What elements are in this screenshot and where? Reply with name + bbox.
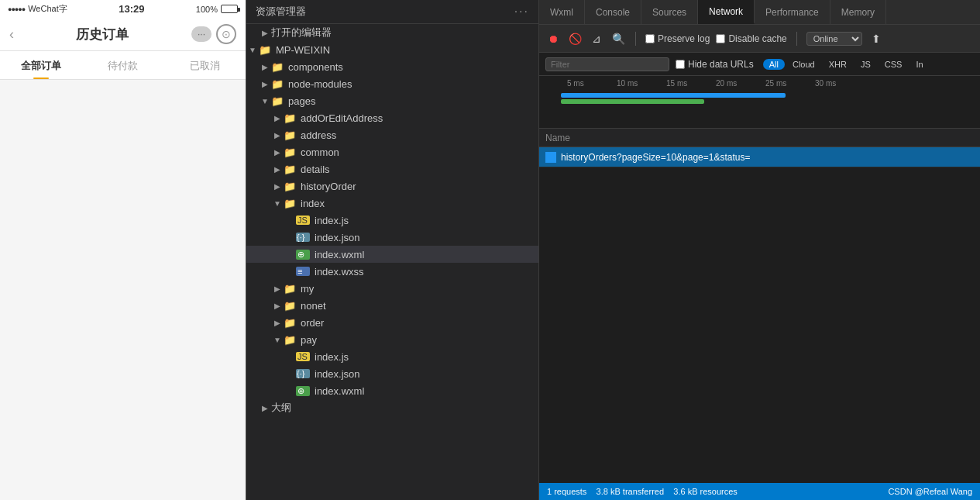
search-button[interactable]: 🔍 [610, 31, 626, 47]
hide-data-urls-group[interactable]: Hide data URLs [676, 59, 754, 70]
camera-icon[interactable]: ⊙ [216, 24, 236, 44]
tab-all-orders[interactable]: 全部订单 [0, 51, 82, 79]
tree-item-node-modules[interactable]: ▶ 📁 node-modules [246, 75, 538, 92]
tab-console[interactable]: Console [585, 0, 641, 24]
network-toolbar: ⏺ 🚫 ⊿ 🔍 Preserve log Disable cache Onlin… [539, 25, 980, 53]
order-arrow: ▶ [271, 319, 284, 327]
timeline-mark-30ms: 30 ms [815, 79, 836, 88]
project-root[interactable]: ▼ 📁 MP-WEIXIN [246, 41, 538, 58]
filter-button[interactable]: ⊿ [589, 31, 604, 47]
folder-icon: 📁 [284, 317, 297, 329]
tree-item-index-js[interactable]: JS index.js [246, 212, 538, 229]
tree-item-pay-index-json[interactable]: {·} index.json [246, 365, 538, 382]
tree-item-address[interactable]: ▶ 📁 address [246, 126, 538, 143]
timeline-mark-10ms: 10 ms [617, 79, 638, 88]
index-folder-arrow: ▼ [271, 199, 284, 208]
filter-tab-cloud[interactable]: Cloud [786, 59, 821, 70]
phone-status-left: ●●●●● WeChat字 [8, 3, 67, 15]
tree-item-pages[interactable]: ▼ 📁 pages [246, 92, 538, 109]
disable-cache-group[interactable]: Disable cache [716, 33, 786, 44]
common-arrow: ▶ [271, 148, 284, 157]
tree-item-outline[interactable]: ▶ 大纲 [246, 399, 538, 416]
tab-pending-payment[interactable]: 待付款 [82, 51, 164, 79]
phone-time: 13:29 [119, 3, 144, 15]
tree-item-components[interactable]: ▶ 📁 components [246, 58, 538, 75]
back-button[interactable]: ‹ [9, 26, 14, 43]
tab-wxml[interactable]: Wxml [539, 0, 585, 24]
pages-label: pages [288, 95, 315, 107]
tab-performance[interactable]: Performance [755, 0, 830, 24]
json-file-icon: {·} [296, 369, 310, 378]
tree-item-historyOrder[interactable]: ▶ 📁 historyOrder [246, 178, 538, 195]
phone-carrier: WeChat字 [28, 3, 67, 15]
tab-cancelled[interactable]: 已取消 [163, 51, 246, 79]
folder-icon: 📁 [271, 61, 285, 73]
js-file-icon: JS [296, 352, 310, 361]
tree-item-index-folder[interactable]: ▼ 📁 index [246, 195, 538, 212]
pay-arrow: ▼ [271, 336, 284, 344]
preserve-log-group[interactable]: Preserve log [645, 33, 710, 44]
file-panel-menu[interactable]: ··· [514, 5, 529, 19]
tab-network[interactable]: Network [698, 0, 755, 24]
status-requests: 1 requests 3.8 kB transferred 3.6 kB res… [547, 487, 738, 496]
toolbar-separator [635, 32, 636, 46]
devtools-panel: Wxml Console Sources Network Performance… [539, 0, 980, 500]
page-title: 历史订单 [20, 26, 185, 43]
project-arrow: ▼ [246, 46, 259, 54]
clear-button[interactable]: 🚫 [567, 31, 583, 47]
filter-input[interactable] [545, 57, 669, 71]
tab-memory[interactable]: Memory [830, 0, 886, 24]
components-label: components [288, 61, 343, 73]
wxml-file-icon: ⊕ [296, 250, 310, 260]
tab-sources[interactable]: Sources [641, 0, 698, 24]
network-row[interactable]: historyOrders?pageSize=10&page=1&status= [539, 147, 980, 167]
my-label: my [301, 283, 314, 295]
phone-battery: 100% [196, 5, 238, 14]
tree-item-nonet[interactable]: ▶ 📁 nonet [246, 297, 538, 314]
online-select[interactable]: Online Offline Slow 3G Fast 3G [806, 32, 862, 46]
disable-cache-checkbox[interactable] [716, 34, 725, 43]
filter-tab-all[interactable]: All [763, 59, 785, 70]
tree-item-index-json[interactable]: {·} index.json [246, 229, 538, 246]
record-button[interactable]: ⏺ [545, 31, 561, 47]
project-folder-icon: 📁 [259, 44, 273, 56]
tree-item-order[interactable]: ▶ 📁 order [246, 314, 538, 331]
filter-tab-in[interactable]: In [910, 59, 929, 70]
tree-item-pay-folder[interactable]: ▼ 📁 pay [246, 331, 538, 348]
tree-item-index-wxss[interactable]: ≡ index.wxss [246, 263, 538, 280]
addOrEditAddress-label: addOrEditAddress [301, 112, 383, 124]
preserve-log-checkbox[interactable] [645, 34, 655, 43]
open-editors-item[interactable]: ▶ 打开的编辑器 [246, 24, 538, 41]
tree-item-pay-index-wxml[interactable]: ⊕ index.wxml [246, 382, 538, 399]
hide-data-urls-label: Hide data URLs [688, 59, 754, 70]
index-wxml-label: index.wxml [315, 249, 364, 260]
addOrEditAddress-arrow: ▶ [271, 114, 284, 122]
nav-icons: ··· ⊙ [191, 24, 236, 44]
tree-item-pay-index-js[interactable]: JS index.js [246, 348, 538, 365]
common-label: common [301, 147, 339, 158]
filter-tab-xhr[interactable]: XHR [823, 59, 853, 70]
index-folder-icon: 📁 [284, 198, 297, 209]
filter-tab-js[interactable]: JS [854, 59, 877, 70]
tree-item-addOrEditAddress[interactable]: ▶ 📁 addOrEditAddress [246, 109, 538, 126]
filter-tab-css[interactable]: CSS [879, 59, 909, 70]
folder-icon: 📁 [284, 164, 297, 175]
upload-button[interactable]: ⬆ [868, 31, 884, 47]
preserve-log-label: Preserve log [658, 33, 710, 44]
file-panel: 资源管理器 ··· ▶ 打开的编辑器 ▼ 📁 MP-WEIXIN ▶ 📁 com… [246, 0, 539, 500]
file-panel-header: 资源管理器 ··· [246, 0, 538, 24]
pay-index-json-label: index.json [315, 368, 360, 380]
row-indicator [545, 152, 556, 163]
timeline-green-bar [561, 99, 704, 104]
tree-item-common[interactable]: ▶ 📁 common [246, 143, 538, 160]
menu-dots-button[interactable]: ··· [191, 26, 211, 42]
tree-item-index-wxml[interactable]: ⊕ index.wxml [246, 246, 538, 263]
pages-folder-icon: 📁 [271, 95, 285, 107]
hide-data-urls-checkbox[interactable] [676, 60, 685, 69]
tree-item-details[interactable]: ▶ 📁 details [246, 160, 538, 178]
tree-item-my[interactable]: ▶ 📁 my [246, 280, 538, 297]
project-label: MP-WEIXIN [276, 44, 330, 56]
folder-icon: 📁 [284, 129, 297, 141]
address-arrow: ▶ [271, 131, 284, 140]
network-status-bar: 1 requests 3.8 kB transferred 3.6 kB res… [539, 483, 980, 500]
